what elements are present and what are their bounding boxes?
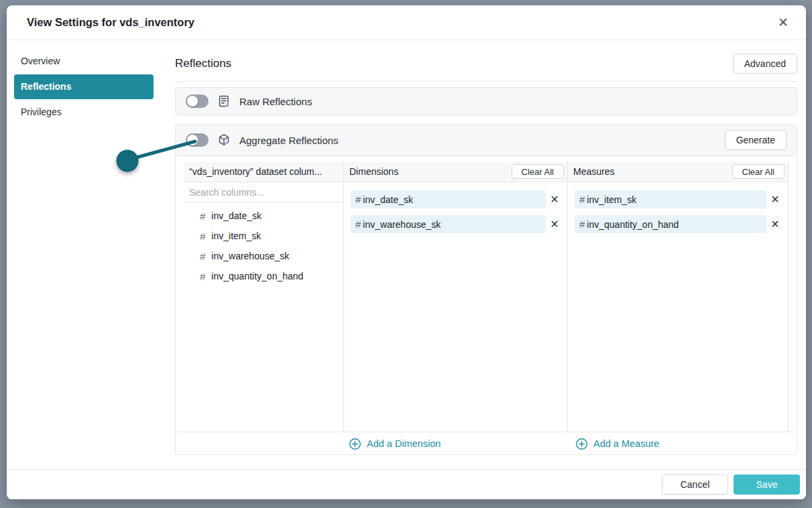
dataset-column-item[interactable]: # inv_date_sk [184, 206, 343, 226]
settings-sidebar: Overview Reflections Privileges [7, 40, 175, 499]
dimension-name: inv_date_sk [363, 194, 413, 205]
aggregate-reflections-section: Aggregate Reflections Generate “vds_inve… [175, 124, 797, 455]
dimensions-title: Dimensions [349, 166, 398, 177]
remove-measure-icon[interactable]: ✕ [766, 190, 784, 208]
measures-list: # inv_item_sk ✕ # inv_quantity_on_hand [568, 182, 788, 240]
sidebar-item-reflections[interactable]: Reflections [14, 74, 154, 99]
column-name: inv_warehouse_sk [211, 251, 289, 261]
reflections-heading-row: Reflections Advanced [175, 40, 797, 82]
search-columns-input[interactable] [184, 182, 343, 202]
dataset-columns-panel: “vds_inventory” dataset colum... # inv_d… [184, 162, 343, 432]
plus-circle-icon [575, 438, 588, 450]
page-title: Reflections [175, 57, 231, 70]
aggregate-reflection-icon [217, 133, 231, 147]
add-measure-button[interactable]: Add a Measure [575, 432, 659, 455]
dimensions-list: # inv_date_sk ✕ # inv_warehouse_sk [344, 182, 567, 240]
add-row: Add a Dimension Add a Measure [176, 432, 797, 454]
dialog-title: View Settings for vds_inventory [27, 16, 194, 29]
cancel-button[interactable]: Cancel [662, 474, 728, 495]
dialog-footer: Cancel Save [7, 469, 806, 499]
aggregate-header: Aggregate Reflections Generate [176, 125, 797, 156]
column-name: inv_date_sk [211, 210, 262, 221]
raw-reflections-toggle[interactable] [186, 94, 209, 108]
sidebar-item-overview[interactable]: Overview [14, 49, 154, 74]
dataset-columns-list: # inv_date_sk # inv_item_sk # inv_wareho… [184, 202, 343, 286]
number-type-icon: # [200, 210, 205, 222]
dimension-name: inv_warehouse_sk [363, 219, 441, 230]
generate-button[interactable]: Generate [725, 130, 787, 150]
dataset-column-item[interactable]: # inv_quantity_on_hand [184, 266, 343, 286]
measure-chip: # inv_item_sk [575, 190, 766, 208]
dataset-column-item[interactable]: # inv_warehouse_sk [184, 246, 343, 266]
dimension-chip: # inv_warehouse_sk [351, 215, 546, 233]
dataset-column-item[interactable]: # inv_item_sk [184, 226, 343, 246]
number-type-icon: # [355, 218, 361, 230]
remove-dimension-icon[interactable]: ✕ [546, 215, 563, 233]
measure-name: inv_quantity_on_hand [587, 219, 679, 230]
raw-reflections-section: Raw Reflections [175, 87, 797, 115]
number-type-icon: # [200, 231, 205, 242]
aggregate-reflections-toggle[interactable] [186, 133, 209, 147]
dimensions-header: Dimensions Clear All [344, 162, 567, 182]
toggle-knob [187, 96, 198, 107]
number-type-icon: # [579, 194, 585, 205]
number-type-icon: # [200, 271, 205, 282]
column-name: inv_quantity_on_hand [211, 271, 303, 281]
measure-name: inv_item_sk [587, 194, 636, 205]
raw-reflections-label: Raw Reflections [239, 96, 312, 107]
dimension-chip: # inv_date_sk [351, 190, 546, 208]
dimensions-panel: Dimensions Clear All # inv_date_sk ✕ [343, 162, 567, 432]
number-type-icon: # [200, 251, 205, 262]
reflections-pane: Reflections Advanced Raw Reflections [175, 40, 806, 499]
dataset-columns-title: “vds_inventory” dataset colum... [189, 166, 322, 177]
sidebar-item-privileges[interactable]: Privileges [14, 100, 154, 125]
dimension-row: # inv_warehouse_sk ✕ [351, 215, 563, 233]
remove-measure-icon[interactable]: ✕ [766, 215, 784, 233]
plus-circle-icon [349, 438, 361, 450]
view-settings-dialog: View Settings for vds_inventory ✕ Overvi… [7, 5, 806, 499]
measures-clear-all-button[interactable]: Clear All [732, 164, 785, 179]
measure-row: # inv_quantity_on_hand ✕ [575, 215, 784, 233]
column-name: inv_item_sk [211, 231, 261, 241]
toggle-knob [187, 135, 198, 145]
raw-reflection-icon [217, 94, 231, 109]
number-type-icon: # [355, 194, 361, 205]
add-measure-label: Add a Measure [593, 438, 659, 449]
dataset-columns-header: “vds_inventory” dataset colum... [184, 162, 343, 182]
measure-row: # inv_item_sk ✕ [575, 190, 784, 208]
dialog-header: View Settings for vds_inventory ✕ [7, 5, 806, 40]
aggregate-reflections-label: Aggregate Reflections [239, 135, 339, 146]
dimensions-clear-all-button[interactable]: Clear All [512, 164, 564, 179]
measure-chip: # inv_quantity_on_hand [575, 215, 766, 233]
add-dimension-button[interactable]: Add a Dimension [349, 432, 441, 455]
advanced-button[interactable]: Advanced [733, 54, 797, 74]
remove-dimension-icon[interactable]: ✕ [546, 190, 563, 208]
dimension-row: # inv_date_sk ✕ [351, 190, 563, 208]
measures-header: Measures Clear All [568, 162, 788, 182]
measures-title: Measures [573, 166, 614, 177]
add-dimension-label: Add a Dimension [367, 438, 441, 449]
close-icon[interactable]: ✕ [775, 13, 791, 31]
aggregate-columns-area: “vds_inventory” dataset colum... # inv_d… [184, 162, 789, 432]
save-button[interactable]: Save [734, 474, 800, 495]
measures-panel: Measures Clear All # inv_item_sk ✕ [567, 162, 789, 432]
number-type-icon: # [579, 218, 585, 230]
